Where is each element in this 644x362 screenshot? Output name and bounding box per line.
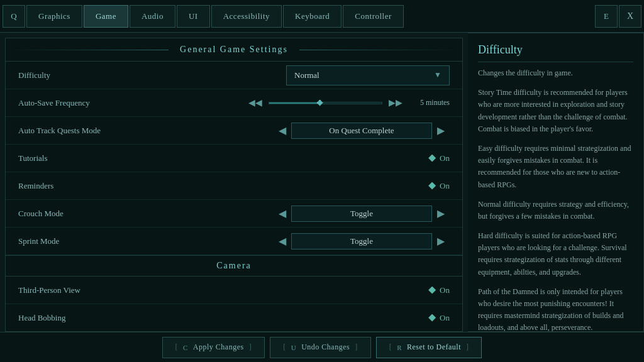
- tab-game[interactable]: Game: [84, 5, 128, 28]
- third-person-row: Third-Person View On: [6, 277, 462, 304]
- info-para-4: Path of the Damned is only intended for …: [478, 286, 633, 332]
- head-bobbing-control: On: [157, 313, 450, 323]
- difficulty-row: Difficulty Normal ▼: [6, 62, 462, 89]
- main-content: General Game Settings Difficulty Normal …: [0, 33, 644, 332]
- difficulty-dropdown[interactable]: Normal ▼: [286, 65, 450, 85]
- tab-audio[interactable]: Audio: [130, 5, 175, 28]
- auto-save-value: 5 minutes: [409, 98, 450, 107]
- reset-label: Reset to Default: [407, 343, 461, 352]
- auto-save-label: Auto-Save Frequency: [18, 98, 157, 108]
- dropdown-arrow-icon: ▼: [434, 70, 441, 80]
- head-bobbing-value: On: [440, 313, 450, 323]
- camera-header-label: Camera: [216, 261, 252, 270]
- crouch-mode-value: Toggle: [291, 206, 432, 222]
- sprint-mode-row: Sprint Mode ◀ Toggle ▶: [6, 228, 462, 255]
- info-para-2: Normal difficulty requires strategy and …: [478, 199, 633, 222]
- difficulty-value: Normal: [294, 70, 319, 80]
- reset-bracket-right: ]: [466, 343, 469, 352]
- nav-bar: Q Graphics Game Audio UI Accessibility K…: [0, 0, 644, 33]
- slider-right-arrow-icon[interactable]: ▶▶: [389, 97, 402, 108]
- apply-changes-button[interactable]: [ C Apply Changes ]: [162, 337, 265, 358]
- crouch-left-icon[interactable]: ◀: [274, 207, 291, 219]
- tab-ui[interactable]: UI: [177, 5, 210, 28]
- difficulty-control: Normal ▼: [157, 65, 450, 85]
- reminders-value: On: [440, 181, 450, 191]
- crouch-right-icon[interactable]: ▶: [432, 207, 450, 219]
- info-subtitle: Changes the difficulty in game.: [478, 67, 633, 79]
- info-title: Difficulty: [478, 43, 633, 62]
- sprint-mode-label: Sprint Mode: [18, 236, 157, 246]
- toggle-diamond-icon: [428, 182, 436, 190]
- auto-save-slider[interactable]: ◀◀ ▶▶ 5 minutes: [248, 97, 450, 108]
- general-section-header: General Game Settings: [6, 38, 462, 62]
- toggle-diamond-icon: [428, 287, 436, 294]
- settings-scroll[interactable]: Difficulty Normal ▼ Auto-Save Frequency …: [6, 62, 462, 332]
- head-bobbing-toggle[interactable]: On: [428, 313, 450, 323]
- nav-left-key: Q: [3, 5, 25, 28]
- general-header-label: General Game Settings: [180, 45, 288, 54]
- reminders-row: Reminders On: [6, 172, 462, 200]
- nav-right-key: E: [595, 5, 618, 28]
- auto-track-arrow-select[interactable]: ◀ On Quest Complete ▶: [274, 123, 450, 139]
- settings-outer: General Game Settings Difficulty Normal …: [0, 33, 468, 332]
- undo-label: Undo Changes: [301, 343, 350, 352]
- auto-track-row: Auto Track Quests Mode ◀ On Quest Comple…: [6, 117, 462, 145]
- undo-changes-button[interactable]: [ U Undo Changes ]: [270, 337, 370, 358]
- crouch-mode-arrow-select[interactable]: ◀ Toggle ▶: [274, 206, 450, 222]
- undo-bracket-left: [: [283, 343, 286, 352]
- slider-thumb[interactable]: [317, 100, 323, 106]
- reminders-label: Reminders: [18, 181, 157, 191]
- auto-track-control: ◀ On Quest Complete ▶: [157, 123, 450, 139]
- settings-panel: General Game Settings Difficulty Normal …: [5, 38, 463, 332]
- info-para-1: Easy difficulty requires minimal strateg…: [478, 143, 633, 191]
- close-button[interactable]: X: [619, 5, 641, 28]
- undo-key: U: [291, 344, 296, 351]
- slider-left-arrow-icon[interactable]: ◀◀: [248, 97, 262, 108]
- third-person-control: On: [157, 285, 450, 295]
- third-person-toggle[interactable]: On: [428, 285, 450, 295]
- reminders-toggle[interactable]: On: [428, 181, 450, 191]
- sprint-mode-arrow-select[interactable]: ◀ Toggle ▶: [274, 233, 450, 250]
- sprint-mode-value: Toggle: [291, 233, 432, 250]
- undo-bracket-right: ]: [355, 343, 358, 352]
- camera-section-header: Camera: [6, 255, 462, 277]
- info-para-0: Story Time difficulty is recommended for…: [478, 87, 633, 135]
- crouch-mode-row: Crouch Mode ◀ Toggle ▶: [6, 200, 462, 228]
- tab-controller[interactable]: Controller: [343, 5, 403, 28]
- bottom-bar: [ C Apply Changes ] [ U Undo Changes ] […: [0, 332, 644, 362]
- third-person-value: On: [440, 285, 450, 295]
- reminders-control: On: [157, 181, 450, 191]
- head-bobbing-row: Head Bobbing On: [6, 304, 462, 332]
- crouch-mode-label: Crouch Mode: [18, 209, 157, 219]
- tutorials-toggle[interactable]: On: [428, 153, 450, 163]
- reset-bracket-left: [: [389, 343, 392, 352]
- tutorials-value: On: [440, 153, 450, 163]
- tab-accessibility[interactable]: Accessibility: [211, 5, 282, 28]
- head-bobbing-label: Head Bobbing: [18, 313, 157, 323]
- tab-keyboard[interactable]: Keyboard: [283, 5, 341, 28]
- slider-fill: [269, 102, 320, 104]
- slider-track[interactable]: [269, 102, 382, 104]
- tutorials-control: On: [157, 153, 450, 163]
- apply-bracket-left: [: [175, 343, 179, 352]
- auto-track-label: Auto Track Quests Mode: [18, 126, 157, 136]
- crouch-mode-control: ◀ Toggle ▶: [157, 206, 450, 222]
- info-para-3: Hard difficulty is suited for action-bas…: [478, 230, 633, 278]
- toggle-diamond-icon: [428, 155, 436, 162]
- tab-graphics[interactable]: Graphics: [26, 5, 82, 28]
- third-person-label: Third-Person View: [18, 285, 157, 295]
- auto-track-right-icon[interactable]: ▶: [432, 124, 450, 136]
- auto-track-left-icon[interactable]: ◀: [274, 124, 291, 136]
- sprint-right-icon[interactable]: ▶: [432, 235, 450, 247]
- info-panel: Difficulty Changes the difficulty in gam…: [468, 33, 644, 332]
- sprint-left-icon[interactable]: ◀: [274, 235, 291, 247]
- auto-save-control: ◀◀ ▶▶ 5 minutes: [157, 97, 450, 108]
- reset-to-default-button[interactable]: [ R Reset to Default ]: [376, 337, 482, 358]
- auto-track-value: On Quest Complete: [291, 123, 432, 139]
- toggle-diamond-icon: [428, 314, 436, 322]
- apply-bracket-right: ]: [249, 343, 252, 352]
- apply-key: C: [183, 344, 188, 351]
- tutorials-row: Tutorials On: [6, 145, 462, 172]
- auto-save-row: Auto-Save Frequency ◀◀ ▶▶ 5 minutes: [6, 89, 462, 117]
- reset-key: R: [397, 344, 402, 351]
